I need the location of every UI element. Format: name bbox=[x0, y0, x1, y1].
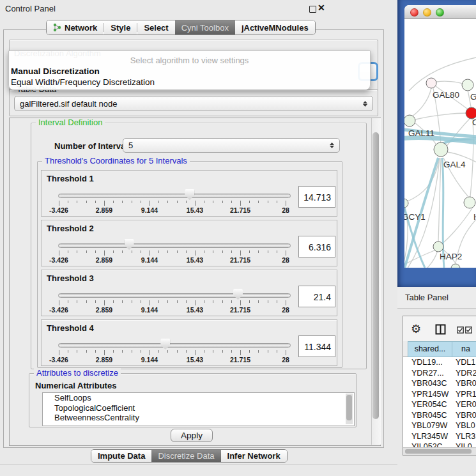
app-root: Control Panel ✕ NetworkStyleSelectCyni T… bbox=[0, 0, 476, 476]
slider-track[interactable] bbox=[58, 343, 291, 348]
slider-track[interactable] bbox=[58, 194, 291, 198]
column-header-name[interactable]: na bbox=[452, 341, 476, 357]
slider-thumb[interactable] bbox=[125, 239, 134, 250]
slider-tick bbox=[258, 350, 259, 353]
slider-tick bbox=[68, 300, 68, 303]
split-columns-icon[interactable] bbox=[435, 324, 446, 337]
numerical-attributes-list: SelfLoopsTopologicalCoefficientBetweenne… bbox=[42, 392, 355, 426]
tab-label: Style bbox=[111, 23, 130, 33]
table-row[interactable]: YBL079WYBL0 bbox=[403, 420, 476, 431]
column-header-shared[interactable]: shared... bbox=[408, 341, 452, 357]
tab-cyni-toolbox[interactable]: Cyni Toolbox bbox=[175, 20, 235, 35]
row-header-cell bbox=[403, 410, 408, 421]
table-row[interactable]: YDL19...YDL1 bbox=[403, 357, 476, 368]
slider-track[interactable] bbox=[58, 243, 291, 248]
slider-tick bbox=[213, 250, 213, 253]
tab-infer-network[interactable]: Infer Network bbox=[221, 450, 287, 462]
network-node-gal80[interactable] bbox=[426, 78, 436, 88]
checkbox-icon[interactable] bbox=[465, 326, 472, 335]
tab-network[interactable]: Network bbox=[47, 20, 104, 35]
table-row[interactable]: YDR27...YDR2 bbox=[403, 368, 476, 379]
slider-tick-label: 2.859 bbox=[96, 256, 112, 264]
table-hscrollbar[interactable] bbox=[403, 447, 476, 455]
main-vscrollbar-thumb[interactable] bbox=[372, 132, 379, 419]
slider-tick bbox=[59, 300, 59, 305]
tab-style[interactable]: Style bbox=[104, 20, 137, 35]
threshold-value-field[interactable]: 11.344 bbox=[298, 335, 335, 357]
attribute-item-topologicalcoefficient[interactable]: TopologicalCoefficient bbox=[43, 403, 354, 413]
table-row[interactable]: YER054CYER0 bbox=[403, 399, 476, 410]
row-header-column bbox=[403, 341, 408, 357]
row-header-cell bbox=[403, 389, 408, 400]
slider-tick bbox=[186, 250, 187, 253]
slider-thumb[interactable] bbox=[160, 339, 170, 349]
list-vscrollbar[interactable] bbox=[346, 394, 353, 424]
table-row[interactable]: YBR045CYBR0 bbox=[403, 410, 476, 421]
float-window-icon[interactable] bbox=[309, 6, 316, 13]
slider-tick bbox=[231, 300, 232, 303]
slider-tick bbox=[141, 201, 141, 203]
network-node-h[interactable] bbox=[464, 197, 475, 208]
slider-tick bbox=[277, 250, 277, 253]
mac-zoom-button[interactable] bbox=[436, 8, 444, 17]
table-row[interactable]: YPR145WYPR1 bbox=[403, 389, 476, 400]
slider-thumb[interactable] bbox=[185, 189, 194, 200]
tab-label: Select bbox=[144, 23, 168, 33]
network-node-gcy1[interactable] bbox=[404, 199, 408, 208]
slider-thumb[interactable] bbox=[233, 289, 243, 300]
tab-label: Discretize Data bbox=[158, 451, 214, 461]
popup-option-manual-discretization[interactable]: Manual Discretization bbox=[11, 66, 100, 76]
slider-tick bbox=[132, 250, 132, 253]
slider-tick bbox=[258, 201, 259, 203]
tab-label: Cyni Toolbox bbox=[181, 23, 229, 33]
number-of-intervals-combo[interactable]: 5 bbox=[123, 138, 340, 153]
network-node-hap2[interactable] bbox=[433, 242, 443, 252]
slider-tick bbox=[186, 201, 187, 203]
slider-tick bbox=[195, 350, 196, 355]
checkbox-icon[interactable] bbox=[457, 326, 464, 335]
tab-select[interactable]: Select bbox=[137, 20, 174, 35]
threshold-value-field[interactable]: 21.4 bbox=[298, 286, 335, 307]
mac-minimize-button[interactable] bbox=[423, 8, 431, 17]
cell-name: YDR2 bbox=[452, 368, 476, 379]
table-row[interactable]: YLR345WYLR3 bbox=[403, 431, 476, 442]
network-node-gal4[interactable] bbox=[434, 142, 448, 157]
network-node-gal11[interactable] bbox=[404, 115, 415, 127]
attribute-item-selfloops[interactable]: SelfLoops bbox=[43, 393, 354, 403]
slider-tick bbox=[167, 201, 168, 203]
table-row[interactable]: YBR043CYBR0 bbox=[403, 378, 476, 389]
tab-label: Infer Network bbox=[227, 451, 280, 461]
network-canvas[interactable]: GAL80GCGAL11GAL4GCY1HHAP2 bbox=[404, 19, 476, 268]
network-edge bbox=[441, 208, 472, 244]
slider-tick bbox=[222, 250, 223, 253]
network-edge bbox=[412, 88, 431, 116]
table-hscrollbar-thumb[interactable] bbox=[405, 449, 472, 454]
tab-impute-data[interactable]: Impute Data bbox=[91, 450, 151, 462]
apply-button[interactable]: Apply bbox=[171, 429, 213, 442]
mac-close-button[interactable] bbox=[410, 8, 418, 17]
slider-tick bbox=[122, 250, 123, 253]
row-header-cell bbox=[403, 399, 408, 410]
slider-tick bbox=[150, 300, 150, 305]
table-row[interactable]: YIL052CYIL0 bbox=[403, 441, 476, 447]
slider-tick bbox=[113, 250, 114, 253]
table-data-combo[interactable]: galFiltered.sif default node bbox=[14, 96, 373, 111]
attribute-item-betweennesscentrality[interactable]: BetweennessCentrality bbox=[43, 413, 354, 423]
threshold-value-field[interactable]: 6.316 bbox=[298, 236, 335, 257]
close-icon[interactable]: ✕ bbox=[318, 3, 325, 13]
slider-track[interactable] bbox=[58, 293, 291, 298]
network-node[interactable] bbox=[451, 264, 460, 268]
list-vscrollbar-thumb[interactable] bbox=[346, 395, 352, 420]
network-node-g[interactable] bbox=[462, 79, 473, 91]
network-window-titlebar[interactable] bbox=[404, 5, 476, 19]
algorithm-popup: Select algorithm to view settings Manual… bbox=[8, 50, 371, 90]
row-header-cell bbox=[403, 441, 408, 447]
popup-option-equal-width-frequency-discretization[interactable]: Equal Width/Frequency Discretization bbox=[11, 77, 155, 87]
slider-tick bbox=[286, 300, 286, 305]
tab-jactivemnodules[interactable]: jActiveMNodules bbox=[235, 20, 315, 35]
slider-tick bbox=[167, 250, 168, 253]
tab-discretize-data[interactable]: Discretize Data bbox=[151, 450, 220, 462]
slider-tick bbox=[286, 250, 286, 256]
settings-gear-icon[interactable]: ⚙ bbox=[411, 322, 421, 336]
threshold-value-field[interactable]: 14.713 bbox=[298, 186, 335, 208]
